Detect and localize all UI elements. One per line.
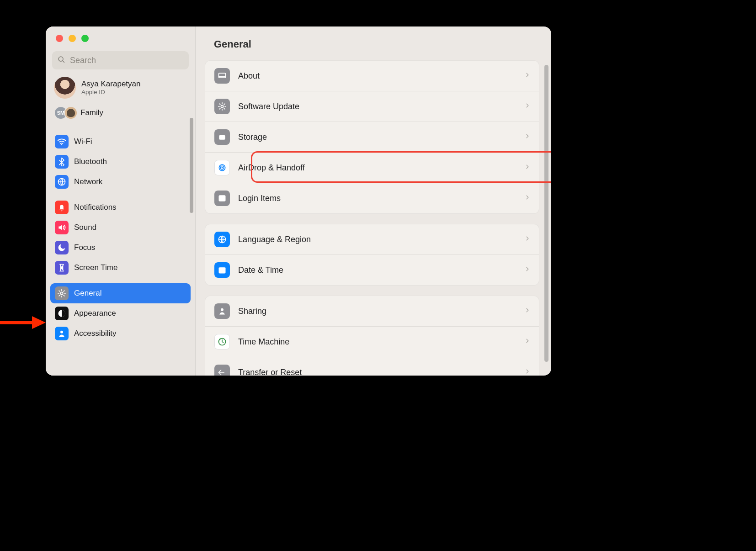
sidebar-account[interactable]: Asya Karapetyan Apple ID [50, 72, 191, 103]
row-transfer[interactable]: Transfer or Reset [205, 357, 539, 376]
sidebar-item-label: Screen Time [74, 263, 117, 272]
row-label: Time Machine [238, 337, 516, 347]
row-sharing[interactable]: Sharing [205, 296, 539, 326]
chevron-right-icon [525, 132, 530, 142]
account-name: Asya Karapetyan [81, 79, 140, 89]
row-label: About [238, 71, 516, 81]
chevron-right-icon [525, 234, 530, 244]
svg-rect-11 [220, 138, 224, 139]
arrowback-icon [214, 365, 230, 376]
row-datetime[interactable]: 17Date & Time [205, 254, 539, 285]
sidebar-item-label: Focus [74, 243, 95, 252]
chevron-right-icon [525, 101, 530, 111]
svg-point-4 [60, 292, 63, 294]
sidebar-item-general[interactable]: General [50, 283, 191, 303]
svg-point-18 [220, 199, 221, 200]
general-arrow-annotation [0, 313, 46, 332]
close-window-button[interactable] [56, 35, 63, 42]
row-label: Sharing [238, 307, 516, 316]
sidebar-item-label: Network [74, 177, 102, 186]
search-input[interactable] [69, 55, 183, 66]
person-icon [55, 327, 69, 340]
drive-icon [214, 129, 230, 145]
account-sub: Apple ID [81, 89, 140, 96]
sidebar-item-wifi[interactable]: Wi-Fi [50, 132, 191, 152]
contrast-icon [55, 307, 69, 320]
svg-point-0 [59, 57, 63, 61]
airdrop-icon [214, 160, 230, 175]
chevron-right-icon [525, 367, 530, 376]
row-label: AirDrop & Handoff [238, 163, 516, 173]
row-label: Transfer or Reset [238, 368, 516, 376]
row-language[interactable]: Language & Region [205, 224, 539, 254]
minimize-window-button[interactable] [69, 35, 76, 42]
chevron-right-icon [525, 193, 530, 203]
main-scrollbar[interactable] [544, 65, 548, 362]
sidebar-item-bluetooth[interactable]: Bluetooth [50, 152, 191, 172]
row-softwareupdate[interactable]: Software Update [205, 91, 539, 122]
svg-point-6 [60, 331, 63, 334]
sidebar: Asya Karapetyan Apple ID SM Family Wi-Fi… [46, 26, 196, 376]
svg-rect-10 [219, 135, 225, 140]
family-label: Family [80, 108, 103, 117]
clockarrow-icon [214, 334, 230, 350]
svg-point-9 [221, 105, 223, 107]
chevron-right-icon [525, 337, 530, 347]
svg-line-1 [63, 60, 64, 62]
row-label: Storage [238, 132, 516, 142]
row-label: Language & Region [238, 235, 516, 244]
search-icon [58, 56, 65, 65]
row-storage[interactable]: Storage [205, 122, 539, 152]
sidebar-item-sound[interactable]: Sound [50, 217, 191, 238]
row-loginitems[interactable]: Login Items [205, 183, 539, 213]
bluetooth-icon [55, 155, 69, 169]
speaker-icon [55, 221, 69, 234]
sidebar-item-appearance[interactable]: Appearance [50, 303, 191, 323]
sidebar-scrollbar[interactable] [190, 118, 193, 213]
chevron-right-icon [525, 71, 530, 81]
sidebar-search[interactable] [52, 51, 189, 69]
list-icon [214, 191, 230, 206]
chevron-right-icon [525, 163, 530, 173]
window-controls [46, 26, 195, 42]
sidebar-item-label: Bluetooth [74, 157, 107, 166]
svg-text:17: 17 [220, 269, 224, 273]
bell-icon [55, 201, 69, 214]
wifi-icon [55, 135, 69, 148]
row-timemachine[interactable]: Time Machine [205, 326, 539, 357]
zoom-window-button[interactable] [81, 35, 89, 42]
sidebar-item-focus[interactable]: Focus [50, 238, 191, 258]
row-label: Login Items [238, 194, 516, 203]
gear-icon [214, 99, 230, 114]
sidebar-item-label: General [74, 289, 101, 298]
sidebar-item-screentime[interactable]: Screen Time [50, 258, 191, 278]
person-icon [214, 303, 230, 319]
avatar [54, 77, 76, 99]
svg-rect-7 [219, 73, 226, 78]
hourglass-icon [55, 261, 69, 275]
display-icon [214, 68, 230, 84]
sidebar-item-label: Appearance [74, 309, 116, 318]
sidebar-item-label: Sound [74, 223, 96, 232]
family-avatars: SM [54, 106, 74, 120]
sidebar-family[interactable]: SM Family [50, 103, 191, 126]
globe-icon [214, 232, 230, 247]
family-member-photo [64, 106, 78, 120]
main-pane: General AboutSoftware UpdateStorageAirDr… [196, 26, 551, 376]
row-airdrop[interactable]: AirDrop & Handoff [205, 152, 539, 183]
sidebar-item-network[interactable]: Network [50, 172, 191, 192]
calendar-icon: 17 [214, 262, 230, 278]
sidebar-item-accessibility[interactable]: Accessibility [50, 323, 191, 344]
sidebar-item-label: Wi-Fi [74, 137, 92, 146]
gear-icon [55, 286, 69, 300]
svg-marker-29 [32, 316, 46, 329]
globe-icon [55, 175, 69, 189]
sidebar-item-notifications[interactable]: Notifications [50, 197, 191, 217]
chevron-right-icon [525, 306, 530, 316]
row-label: Software Update [238, 102, 516, 111]
sidebar-item-label: Accessibility [74, 329, 117, 338]
sidebar-item-label: Notifications [74, 203, 117, 212]
svg-point-26 [221, 308, 224, 311]
svg-point-2 [61, 144, 62, 145]
row-about[interactable]: About [205, 61, 539, 91]
